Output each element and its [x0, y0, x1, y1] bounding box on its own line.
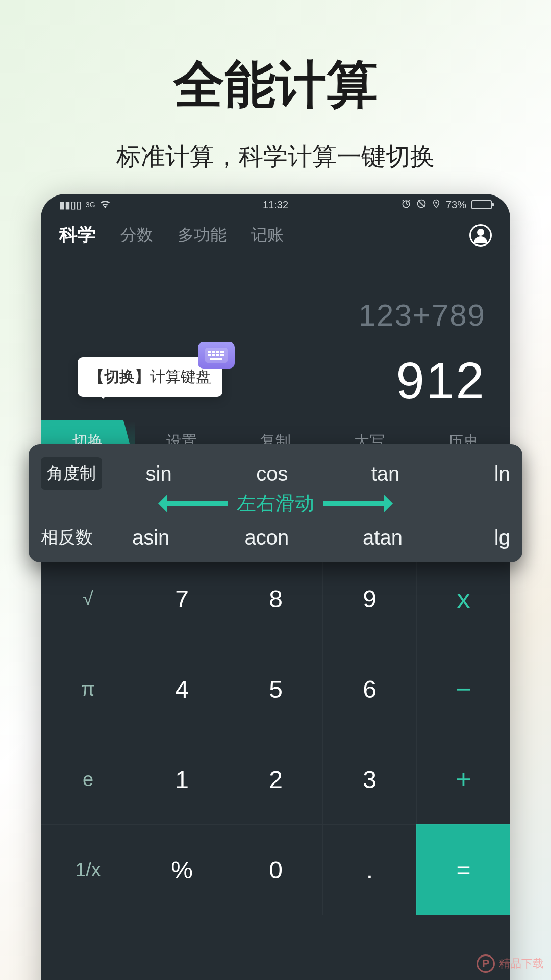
- arrow-right-icon: [323, 501, 390, 506]
- key-inverse[interactable]: 1/x: [41, 824, 135, 915]
- swipe-hint: 左右滑动: [161, 491, 390, 517]
- status-bar: ▮▮▯▯ 3G 11:32 73%: [41, 194, 510, 215]
- key-0[interactable]: 0: [229, 824, 322, 915]
- status-left: ▮▮▯▯ 3G: [59, 199, 111, 211]
- key-7[interactable]: 7: [135, 553, 229, 644]
- key-3[interactable]: 3: [322, 734, 416, 824]
- tooltip-tag: 【切换】: [89, 366, 150, 387]
- swipe-hint-text: 左右滑动: [237, 491, 314, 517]
- sci-opposite[interactable]: 相反数: [41, 526, 93, 549]
- sci-lg[interactable]: lg: [441, 526, 510, 549]
- alarm-icon: [401, 199, 411, 211]
- key-sqrt[interactable]: √: [41, 553, 135, 644]
- svg-rect-8: [208, 354, 211, 356]
- key-1[interactable]: 1: [135, 734, 229, 824]
- svg-rect-7: [220, 351, 224, 353]
- key-plus[interactable]: +: [416, 734, 510, 824]
- key-multiply[interactable]: x: [416, 553, 510, 644]
- key-6[interactable]: 6: [322, 644, 416, 734]
- key-e[interactable]: e: [41, 734, 135, 824]
- scientific-overlay[interactable]: 角度制 sin cos tan ln 左右滑动 相反数 asin acon at…: [29, 444, 522, 562]
- switch-tooltip: 【切换】 计算键盘: [78, 357, 222, 397]
- key-4[interactable]: 4: [135, 644, 229, 734]
- sci-atan[interactable]: atan: [324, 526, 440, 549]
- tab-fraction[interactable]: 分数: [120, 224, 153, 247]
- sci-tan[interactable]: tan: [329, 462, 442, 485]
- battery-percent: 73%: [446, 199, 466, 211]
- sci-angle-mode[interactable]: 角度制: [41, 457, 102, 490]
- svg-rect-12: [210, 358, 222, 360]
- key-2[interactable]: 2: [229, 734, 322, 824]
- svg-rect-11: [220, 354, 224, 356]
- tab-science[interactable]: 科学: [59, 223, 96, 248]
- tooltip-text: 计算键盘: [150, 366, 211, 387]
- status-right: 73%: [401, 199, 492, 211]
- key-equals[interactable]: =: [416, 824, 510, 915]
- mode-tabs: 科学 分数 多功能 记账: [41, 215, 510, 252]
- watermark-text: 精品下载: [499, 956, 544, 971]
- svg-rect-6: [216, 351, 219, 353]
- arrow-left-icon: [161, 501, 228, 506]
- wifi-icon: [99, 199, 111, 211]
- key-minus[interactable]: −: [416, 644, 510, 734]
- svg-point-2: [435, 201, 437, 203]
- key-pi[interactable]: π: [41, 644, 135, 734]
- sci-ln[interactable]: ln: [442, 462, 510, 485]
- network-icon: 3G: [86, 201, 95, 209]
- sci-row-1: 角度制 sin cos tan ln: [41, 457, 510, 490]
- svg-rect-9: [212, 354, 215, 356]
- sci-asin[interactable]: asin: [93, 526, 209, 549]
- status-time: 11:32: [263, 199, 288, 211]
- profile-icon[interactable]: [469, 224, 492, 247]
- watermark: P 精品下载: [477, 954, 544, 973]
- sci-cos[interactable]: cos: [215, 462, 329, 485]
- sci-row-2: 相反数 asin acon atan lg: [41, 526, 510, 549]
- battery-icon: [471, 200, 492, 209]
- svg-rect-10: [216, 354, 219, 356]
- tab-multi[interactable]: 多功能: [178, 224, 227, 247]
- alarm-off-icon: [416, 199, 427, 211]
- key-dot[interactable]: .: [322, 824, 416, 915]
- promo-subtitle: 标准计算，科学计算一键切换: [0, 140, 551, 173]
- svg-rect-4: [208, 351, 211, 353]
- key-percent[interactable]: %: [135, 824, 229, 915]
- svg-rect-5: [212, 351, 215, 353]
- sci-acon[interactable]: acon: [209, 526, 324, 549]
- key-8[interactable]: 8: [229, 553, 322, 644]
- location-icon: [432, 199, 441, 211]
- tab-ledger[interactable]: 记账: [251, 224, 284, 247]
- promo-title: 全能计算: [0, 0, 551, 120]
- watermark-icon: P: [477, 954, 495, 973]
- expression-text: 123+789: [65, 298, 486, 333]
- key-9[interactable]: 9: [322, 553, 416, 644]
- keyboard-icon: [198, 342, 235, 369]
- signal-icon: ▮▮▯▯: [59, 199, 82, 211]
- phone-frame: ▮▮▯▯ 3G 11:32 73% 科学 分数 多功能 记账 1: [41, 194, 510, 980]
- key-5[interactable]: 5: [229, 644, 322, 734]
- sci-sin[interactable]: sin: [102, 462, 215, 485]
